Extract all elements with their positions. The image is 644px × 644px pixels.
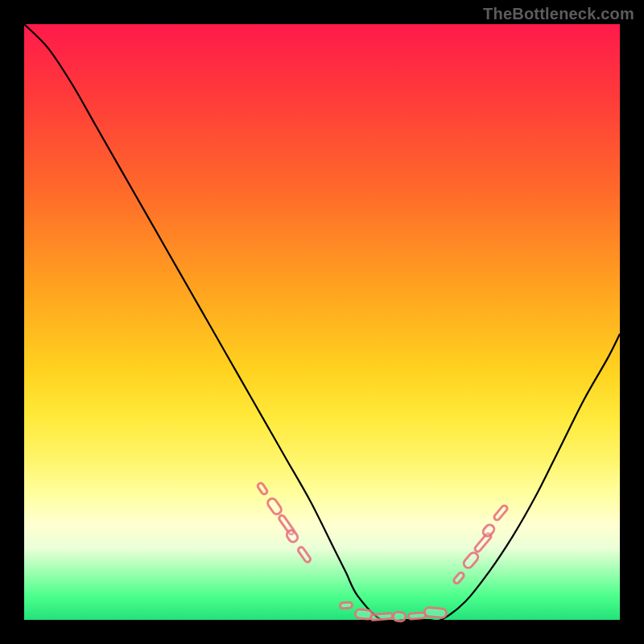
valley-cluster-dot <box>392 611 407 624</box>
watermark-text: TheBottleneck.com <box>483 5 634 23</box>
curve-layer <box>24 24 620 620</box>
valley-cluster-dot <box>423 606 448 620</box>
valley-cluster-dot <box>369 612 394 622</box>
plot-area <box>24 24 620 620</box>
bottleneck-curve <box>24 24 620 620</box>
chart-frame: TheBottleneck.com <box>0 0 644 644</box>
valley-cluster-dot <box>338 601 353 610</box>
